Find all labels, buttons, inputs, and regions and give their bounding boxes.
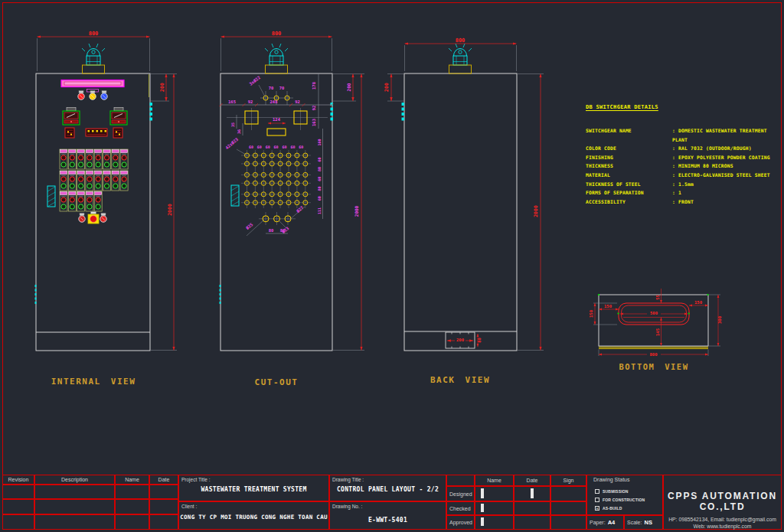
- dim-col-sp: 60: [266, 145, 270, 149]
- dim-bottom-depth: 300: [717, 316, 722, 324]
- dim-back-top: 200: [384, 83, 390, 92]
- company-cell: CPPS AUTOMATION CO.,LTD HP: 0985542134, …: [663, 475, 782, 530]
- cad-drawing-screenshot: { "colors": { "background": "#252932", "…: [0, 0, 784, 532]
- sign-corner-cell: [446, 475, 475, 486]
- designed-label: Designed: [446, 486, 475, 501]
- beacon-icon: [265, 44, 288, 73]
- revision-cell: [115, 499, 149, 514]
- signature-mark: [481, 488, 484, 498]
- switchgear-details-table: DB SWITCHGEAR DETAILS SWITCHGEAR NAME: D…: [586, 104, 782, 206]
- dim-bottom-slot-height: 150: [589, 310, 593, 318]
- drawing-status-cell: Drawing Status SUBMISSION FOR CONSTRUCTI…: [586, 475, 663, 515]
- dim-hole-d25: Ø25: [244, 222, 253, 231]
- client-label: Client :: [181, 504, 197, 509]
- mounting-hole-grid: [245, 153, 308, 205]
- dim-bottom-width: 800: [650, 352, 658, 357]
- dim-col-sp: 60: [290, 145, 295, 149]
- pilot-light-yellow: [90, 91, 96, 100]
- label-bottom-view: BOTTOM VIEW: [603, 362, 704, 371]
- dim-cutout-width: 800: [272, 31, 282, 37]
- paper-cell: Paper: A4: [586, 515, 624, 530]
- label-internal-view: INTERNAL VIEW: [29, 377, 158, 387]
- revision-cell: [2, 499, 34, 514]
- dim-vent-width: 200: [456, 338, 464, 342]
- dim-165: 165: [228, 100, 236, 104]
- indicator-light-small: [100, 214, 106, 223]
- detail-row: COLOR CODE: RAL 7032 (OUTDOOR/ROUGH): [586, 144, 782, 153]
- cutout-view-drawing: 800 200 2000 70 70 3xØ22 165 92 248 92 1: [220, 31, 365, 351]
- relay-row-1: [60, 149, 128, 169]
- dim-36: 36: [237, 129, 241, 134]
- detail-row: THICKNESS: MINIMUM 80 MICRONS: [586, 162, 782, 171]
- beacon-icon: [449, 44, 472, 73]
- meter-right: [110, 108, 127, 126]
- terminal-strip: [86, 129, 107, 136]
- revision-cell: [2, 485, 34, 499]
- hinge-marks: [402, 103, 405, 121]
- dim-grid-holes: 42xØ23: [224, 137, 239, 150]
- relay-row-3: [60, 191, 102, 211]
- dim-row-sp: 60: [317, 177, 322, 181]
- revision-cell: [2, 514, 34, 530]
- drawing-title-cell: Drawing Title : CONTROL PANEL LAYOUT - 2…: [329, 475, 446, 501]
- dim-row-sp: 80: [317, 167, 322, 171]
- sign-cell: [550, 501, 586, 515]
- label-cutout-view: CUT-OUT: [230, 377, 323, 387]
- sign-cell: [550, 515, 586, 530]
- dim-178: 178: [312, 82, 316, 90]
- revision-header: Revision: [2, 475, 34, 485]
- sign-name-header: Name: [475, 475, 514, 486]
- detail-row: MATERIAL: ELECTRO-GALVANISED STEEL SHEET: [586, 171, 782, 180]
- dim-row-sp: 111: [317, 207, 322, 214]
- name-header: Name: [115, 475, 149, 485]
- dim-sp70b: 70: [279, 86, 285, 90]
- drawing-status-label: Drawing Status: [593, 477, 629, 482]
- company-web: Web: www.tudienplc.com: [664, 524, 781, 529]
- client-cell: Client : CONG TY CP MOI TRUONG CONG NGHE…: [178, 501, 329, 530]
- checkbox-icon: [595, 498, 599, 502]
- status-option: SUBMISSION: [595, 488, 662, 494]
- sign-cell: [514, 515, 550, 530]
- pilot-light-red: [78, 91, 84, 100]
- gland-plate: 200 80: [446, 332, 482, 348]
- dim-row-sp: 60: [317, 196, 322, 201]
- dim-sp80a: 80: [269, 228, 274, 233]
- detail-row: ACCESSIBILITY: FRONT: [586, 197, 782, 207]
- dim-bottom-right: 150: [694, 300, 702, 305]
- dim-92b: 92: [295, 100, 300, 104]
- drawing-title-label: Drawing Title :: [332, 477, 364, 482]
- dim-hole-d27: Ø27: [295, 205, 304, 214]
- dim-col-sp: 60: [249, 145, 253, 149]
- pilot-light-blue: [101, 91, 107, 100]
- signature-mark: [481, 517, 484, 526]
- date-header: Date: [149, 475, 178, 485]
- dim-row-sp: 80: [317, 186, 322, 191]
- status-option: FOR CONSTRUCTION: [595, 497, 662, 503]
- client-value: CONG TY CP MOI TRUONG CONG NGHE TOAN CAU: [179, 514, 328, 521]
- checkbox-icon: [595, 489, 599, 494]
- dim-cutout-top: 200: [346, 83, 351, 91]
- paper-label: Paper:: [590, 520, 606, 525]
- dim-col-sp: 60: [299, 145, 303, 149]
- sign-sign-header: Sign: [550, 475, 586, 486]
- dim-92a: 92: [248, 100, 253, 104]
- revision-cell: [149, 514, 178, 530]
- revision-cell: [115, 514, 149, 530]
- dim-vent-height: 80: [477, 338, 482, 343]
- signature-mark: [531, 488, 534, 498]
- checked-label: Checked: [446, 501, 475, 515]
- breaker-right: [113, 128, 122, 138]
- din-rail-end: [47, 186, 55, 207]
- company-name: CPPS AUTOMATION CO.,LTD: [664, 491, 781, 512]
- dim-col-sp: 60: [274, 145, 279, 149]
- dim-124: 124: [273, 117, 281, 122]
- din-rail-end: [231, 185, 239, 206]
- dim-col-sp: 60: [257, 145, 262, 149]
- dim-sp70a: 70: [269, 86, 274, 90]
- signature-mark: [481, 504, 484, 512]
- drawing-title-value: CONTROL PANEL LAYOUT - 2/2: [330, 486, 446, 493]
- drawing-no-label: Drawing No. :: [332, 504, 362, 509]
- project-title-label: Project Title :: [181, 477, 211, 482]
- sign-cell: [550, 486, 586, 501]
- dim-row-sp: 60: [317, 157, 322, 162]
